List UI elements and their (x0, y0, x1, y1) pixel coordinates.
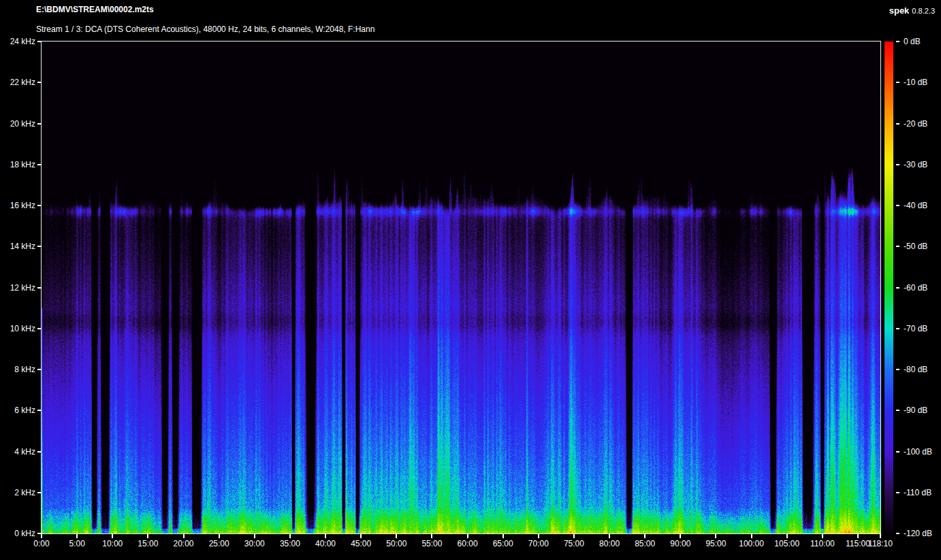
db-tick (896, 164, 899, 165)
time-tick-label: 90:00 (670, 539, 690, 548)
time-tick (644, 534, 645, 538)
time-tick (751, 534, 752, 538)
db-tick-label: -120 dB (904, 529, 932, 538)
db-tick (896, 41, 899, 42)
freq-tick-label: 22 kHz (4, 78, 35, 87)
legend-gradient-bar (884, 42, 893, 533)
time-tick (254, 534, 255, 538)
time-tick-label: 60:00 (458, 539, 478, 548)
db-tick-label: -30 dB (904, 160, 927, 169)
db-tick-label: -100 dB (904, 447, 932, 457)
time-tick (786, 534, 788, 538)
freq-tick (37, 246, 41, 247)
time-tick (503, 534, 504, 538)
time-tick (396, 534, 397, 538)
time-tick (680, 534, 681, 538)
freq-tick (37, 287, 41, 289)
db-tick-label: -110 dB (904, 488, 931, 497)
time-tick (431, 534, 432, 538)
time-tick-label: 95:00 (705, 539, 726, 548)
time-tick-label: 110:00 (810, 539, 835, 548)
freq-tick-label: 10 kHz (4, 324, 35, 333)
freq-tick-label: 6 kHz (4, 406, 35, 415)
time-tick-label: 35:00 (280, 539, 300, 548)
db-tick-label: -80 dB (904, 365, 927, 374)
db-tick-label: -40 dB (904, 201, 927, 210)
db-tick (896, 533, 899, 534)
db-tick-label: -50 dB (904, 242, 927, 251)
time-tick-label: 85:00 (635, 539, 655, 548)
time-tick-label: 45:00 (351, 539, 371, 548)
spectrogram-canvas (42, 42, 880, 533)
time-tick (857, 534, 859, 538)
time-tick-label: 118:10 (868, 539, 893, 548)
freq-tick-label: 24 kHz (4, 37, 35, 46)
db-tick (896, 82, 899, 83)
app-brand: spek0.8.2.3 (889, 5, 935, 16)
db-tick (896, 369, 899, 370)
freq-tick (37, 492, 41, 493)
time-tick-label: 15:00 (138, 539, 158, 548)
db-tick (896, 123, 899, 125)
freq-tick-label: 20 kHz (4, 119, 35, 129)
freq-tick (37, 41, 41, 42)
spectrogram-frame (41, 41, 881, 534)
app-version: 0.8.2.3 (912, 7, 935, 15)
time-tick (112, 534, 113, 538)
time-tick (183, 534, 185, 538)
freq-tick (37, 410, 41, 411)
spek-window: E:\BDMV\STREAM\00002.m2ts Stream 1 / 3: … (0, 0, 941, 560)
db-tick (896, 287, 899, 289)
time-tick (880, 534, 881, 538)
time-tick-label: 105:00 (774, 539, 799, 548)
app-name: spek (889, 5, 910, 16)
freq-tick (37, 451, 41, 452)
freq-tick (37, 205, 41, 206)
freq-tick-label: 0 kHz (4, 529, 35, 538)
time-tick (822, 534, 823, 538)
time-tick-label: 0:00 (33, 539, 49, 548)
time-tick-label: 100:00 (739, 539, 764, 548)
time-tick-label: 50:00 (386, 539, 406, 548)
time-tick-label: 25:00 (209, 539, 229, 548)
freq-tick (37, 164, 41, 165)
time-tick (715, 534, 716, 538)
time-tick-label: 115:00 (846, 539, 870, 548)
freq-tick-label: 12 kHz (4, 283, 35, 293)
freq-tick-label: 2 kHz (4, 488, 35, 497)
db-tick (896, 492, 899, 493)
freq-tick-label: 4 kHz (4, 447, 35, 457)
time-tick-label: 75:00 (564, 539, 584, 548)
time-tick-label: 55:00 (421, 539, 442, 548)
time-tick-label: 20:00 (174, 539, 194, 548)
freq-tick (37, 369, 41, 370)
time-tick-label: 10:00 (102, 539, 123, 548)
time-tick (289, 534, 291, 538)
time-tick (360, 534, 362, 538)
db-tick-label: -70 dB (904, 324, 927, 333)
db-tick (896, 410, 899, 411)
db-tick (896, 328, 899, 329)
stream-info: Stream 1 / 3: DCA (DTS Coherent Acoustic… (36, 24, 374, 34)
time-tick-label: 5:00 (69, 539, 84, 548)
time-tick-label: 40:00 (315, 539, 336, 548)
db-tick (896, 451, 899, 452)
freq-tick-label: 14 kHz (4, 242, 35, 251)
time-tick (573, 534, 575, 538)
time-tick-label: 30:00 (244, 539, 265, 548)
time-tick (538, 534, 539, 538)
freq-tick (37, 123, 41, 125)
db-tick-label: -60 dB (904, 283, 927, 293)
freq-tick-label: 16 kHz (4, 201, 35, 210)
time-tick (325, 534, 326, 538)
freq-tick-label: 18 kHz (4, 160, 35, 169)
db-tick-label: 0 dB (904, 37, 921, 46)
time-tick (609, 534, 610, 538)
time-tick (41, 534, 42, 538)
page-title: E:\BDMV\STREAM\00002.m2ts (36, 5, 154, 14)
freq-tick (37, 328, 41, 329)
db-tick-label: -90 dB (904, 406, 927, 415)
time-tick (219, 534, 220, 538)
time-tick (147, 534, 148, 538)
db-tick (896, 205, 899, 206)
